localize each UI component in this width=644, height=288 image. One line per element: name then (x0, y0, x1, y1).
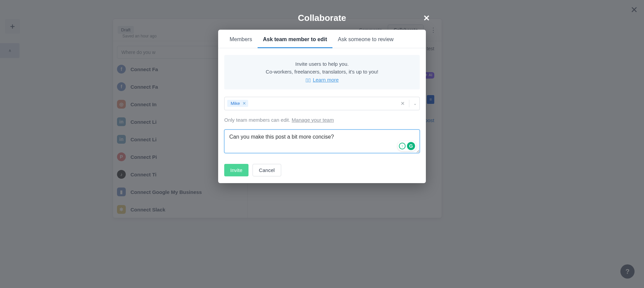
overlay-title: Collaborate (0, 13, 644, 23)
grammarly-upload-icon (399, 143, 406, 149)
helper-text-static: Only team members can edit. (224, 117, 292, 123)
info-line-2: Co-workers, freelancers, translators, it… (228, 68, 416, 76)
tab-members[interactable]: Members (224, 30, 258, 48)
learn-more-link[interactable]: ▯▯ Learn more (305, 76, 339, 84)
message-input[interactable]: Can you make this post a bit more concis… (224, 129, 420, 153)
grammarly-icon: G (407, 142, 415, 150)
invitee-chip: Mike ✕ (227, 100, 248, 107)
learn-more-label: Learn more (313, 76, 339, 84)
invitee-chip-label: Mike (231, 101, 240, 106)
select-divider (409, 100, 409, 107)
cancel-button[interactable]: Cancel (253, 164, 281, 176)
overlay-close-button[interactable]: ✕ (423, 13, 430, 23)
select-caret-button[interactable]: ⌄ (413, 101, 417, 106)
manage-team-link[interactable]: Manage your team (292, 117, 334, 123)
info-line-1: Invite users to help you. (228, 60, 416, 68)
collaborate-modal: Members Ask team member to edit Ask some… (218, 30, 426, 183)
info-banner: Invite users to help you. Co-workers, fr… (224, 55, 420, 89)
tab-ask-someone-to-review[interactable]: Ask someone to review (332, 30, 399, 48)
grammarly-widget[interactable]: G (398, 141, 416, 151)
modal-actions: Invite Cancel (218, 154, 426, 183)
invitee-select[interactable]: Mike ✕ ✕ ⌄ (224, 97, 420, 110)
chevron-down-icon: ⌄ (413, 101, 417, 106)
tab-ask-team-member-to-edit[interactable]: Ask team member to edit (258, 30, 332, 48)
helper-text: Only team members can edit. Manage your … (224, 117, 420, 123)
book-icon: ▯▯ (305, 77, 311, 84)
select-clear-button[interactable]: ✕ (401, 100, 405, 107)
invitee-chip-remove[interactable]: ✕ (242, 101, 246, 106)
close-icon: ✕ (423, 13, 430, 23)
modal-tabs: Members Ask team member to edit Ask some… (218, 30, 426, 48)
invite-button[interactable]: Invite (224, 164, 248, 176)
modal-overlay: Collaborate ✕ Members Ask team member to… (0, 0, 644, 288)
